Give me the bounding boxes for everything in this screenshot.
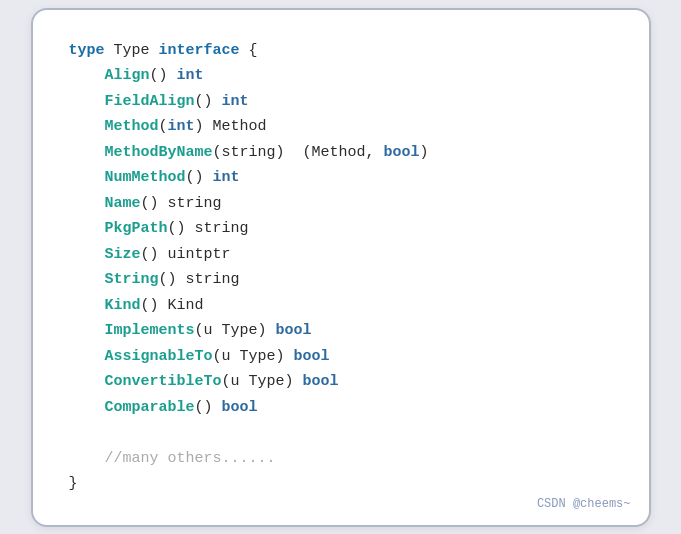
code-line-13: AssignableTo(u Type) bool <box>69 344 613 370</box>
watermark: CSDN @cheems~ <box>537 497 631 511</box>
code-line-9: Size() uintptr <box>69 242 613 268</box>
code-line-10: String() string <box>69 267 613 293</box>
code-line-3: FieldAlign() int <box>69 89 613 115</box>
code-line-6: NumMethod() int <box>69 165 613 191</box>
code-line-close: } <box>69 471 613 497</box>
code-line-14: ConvertibleTo(u Type) bool <box>69 369 613 395</box>
code-line-11: Kind() Kind <box>69 293 613 319</box>
code-line-5: MethodByName(string) (Method, bool) <box>69 140 613 166</box>
code-block: type Type interface { Align() int FieldA… <box>69 38 613 497</box>
code-line-comment: //many others...... <box>69 446 613 472</box>
code-line-12: Implements(u Type) bool <box>69 318 613 344</box>
code-line-15: Comparable() bool <box>69 395 613 421</box>
code-line-blank <box>69 420 613 446</box>
code-line-8: PkgPath() string <box>69 216 613 242</box>
code-line-1: type Type interface { <box>69 38 613 64</box>
code-card: type Type interface { Align() int FieldA… <box>31 8 651 527</box>
code-line-4: Method(int) Method <box>69 114 613 140</box>
code-line-7: Name() string <box>69 191 613 217</box>
code-line-2: Align() int <box>69 63 613 89</box>
